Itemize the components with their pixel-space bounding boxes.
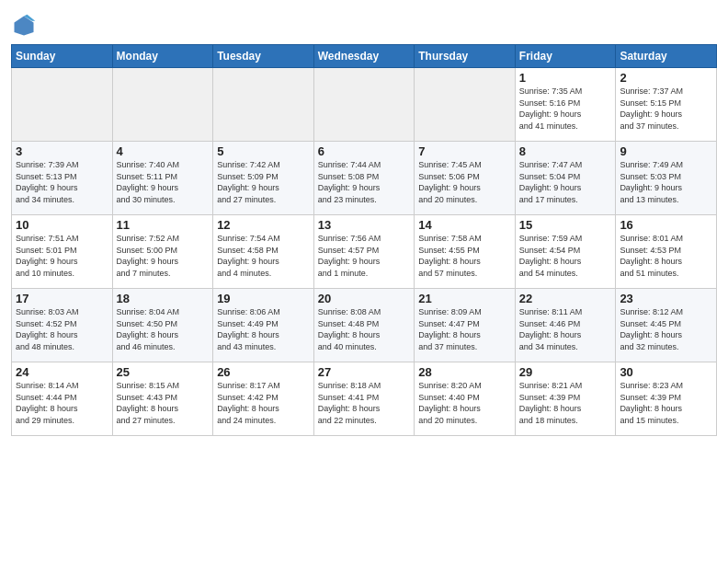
- day-number: 5: [217, 144, 310, 158]
- day-number: 4: [117, 144, 210, 158]
- calendar-cell: 9Sunrise: 7:49 AM Sunset: 5:03 PM Daylig…: [616, 142, 717, 215]
- calendar-cell: 18Sunrise: 8:04 AM Sunset: 4:50 PM Dayli…: [112, 289, 213, 362]
- day-info: Sunrise: 7:35 AM Sunset: 5:16 PM Dayligh…: [519, 86, 612, 132]
- page-container: SundayMondayTuesdayWednesdayThursdayFrid…: [0, 0, 728, 443]
- calendar-cell: 6Sunrise: 7:44 AM Sunset: 5:08 PM Daylig…: [313, 142, 415, 215]
- day-info: Sunrise: 7:59 AM Sunset: 4:54 PM Dayligh…: [519, 233, 612, 279]
- weekday-header-sunday: Sunday: [12, 45, 113, 68]
- day-info: Sunrise: 8:12 AM Sunset: 4:45 PM Dayligh…: [620, 306, 712, 352]
- calendar-cell: 8Sunrise: 7:47 AM Sunset: 5:04 PM Daylig…: [515, 142, 616, 215]
- calendar-cell: 21Sunrise: 8:09 AM Sunset: 4:47 PM Dayli…: [415, 289, 516, 362]
- day-number: 3: [16, 144, 108, 158]
- day-info: Sunrise: 8:04 AM Sunset: 4:50 PM Dayligh…: [117, 306, 210, 352]
- calendar-cell: 29Sunrise: 8:21 AM Sunset: 4:39 PM Dayli…: [515, 362, 616, 436]
- day-info: Sunrise: 8:18 AM Sunset: 4:41 PM Dayligh…: [318, 380, 411, 426]
- weekday-header-saturday: Saturday: [616, 45, 717, 68]
- calendar-cell: [415, 68, 516, 142]
- day-info: Sunrise: 8:06 AM Sunset: 4:49 PM Dayligh…: [217, 306, 310, 352]
- day-info: Sunrise: 7:51 AM Sunset: 5:01 PM Dayligh…: [16, 233, 108, 279]
- day-info: Sunrise: 8:11 AM Sunset: 4:46 PM Dayligh…: [519, 306, 612, 352]
- calendar-cell: 4Sunrise: 7:40 AM Sunset: 5:11 PM Daylig…: [112, 142, 213, 215]
- day-info: Sunrise: 7:37 AM Sunset: 5:15 PM Dayligh…: [620, 86, 712, 132]
- day-info: Sunrise: 7:42 AM Sunset: 5:09 PM Dayligh…: [217, 159, 310, 205]
- day-info: Sunrise: 7:44 AM Sunset: 5:08 PM Dayligh…: [318, 159, 411, 205]
- calendar-cell: 11Sunrise: 7:52 AM Sunset: 5:00 PM Dayli…: [112, 215, 213, 289]
- calendar-cell: [313, 68, 415, 142]
- calendar-cell: 13Sunrise: 7:56 AM Sunset: 4:57 PM Dayli…: [313, 215, 415, 289]
- day-number: 30: [620, 365, 712, 379]
- day-number: 21: [418, 292, 511, 305]
- day-info: Sunrise: 8:15 AM Sunset: 4:43 PM Dayligh…: [117, 380, 210, 426]
- day-number: 29: [519, 365, 612, 379]
- calendar-table: SundayMondayTuesdayWednesdayThursdayFrid…: [11, 44, 717, 436]
- calendar-cell: 19Sunrise: 8:06 AM Sunset: 4:49 PM Dayli…: [213, 289, 314, 362]
- day-number: 22: [519, 292, 612, 305]
- calendar-cell: 23Sunrise: 8:12 AM Sunset: 4:45 PM Dayli…: [616, 289, 717, 362]
- day-number: 25: [117, 365, 210, 379]
- day-info: Sunrise: 7:45 AM Sunset: 5:06 PM Dayligh…: [418, 159, 511, 205]
- day-number: 13: [318, 218, 411, 232]
- calendar-week-row: 1Sunrise: 7:35 AM Sunset: 5:16 PM Daylig…: [12, 68, 717, 142]
- calendar-cell: 25Sunrise: 8:15 AM Sunset: 4:43 PM Dayli…: [112, 362, 213, 436]
- calendar-cell: 26Sunrise: 8:17 AM Sunset: 4:42 PM Dayli…: [213, 362, 314, 436]
- calendar-cell: 14Sunrise: 7:58 AM Sunset: 4:55 PM Dayli…: [415, 215, 516, 289]
- day-number: 15: [519, 218, 612, 232]
- header: [11, 9, 717, 39]
- day-number: 17: [16, 292, 108, 305]
- day-info: Sunrise: 8:17 AM Sunset: 4:42 PM Dayligh…: [217, 380, 310, 426]
- day-number: 26: [217, 365, 310, 379]
- day-info: Sunrise: 8:20 AM Sunset: 4:40 PM Dayligh…: [418, 380, 511, 426]
- day-number: 27: [318, 365, 411, 379]
- day-number: 12: [217, 218, 310, 232]
- day-number: 1: [519, 71, 612, 85]
- calendar-cell: 15Sunrise: 7:59 AM Sunset: 4:54 PM Dayli…: [515, 215, 616, 289]
- day-number: 24: [16, 365, 108, 379]
- weekday-header-monday: Monday: [112, 45, 213, 68]
- day-number: 23: [620, 292, 712, 305]
- day-info: Sunrise: 7:40 AM Sunset: 5:11 PM Dayligh…: [117, 159, 210, 205]
- calendar-week-row: 10Sunrise: 7:51 AM Sunset: 5:01 PM Dayli…: [12, 215, 717, 289]
- day-info: Sunrise: 7:56 AM Sunset: 4:57 PM Dayligh…: [318, 233, 411, 279]
- day-info: Sunrise: 8:21 AM Sunset: 4:39 PM Dayligh…: [519, 380, 612, 426]
- day-info: Sunrise: 7:47 AM Sunset: 5:04 PM Dayligh…: [519, 159, 612, 205]
- weekday-header-row: SundayMondayTuesdayWednesdayThursdayFrid…: [12, 45, 717, 68]
- day-info: Sunrise: 7:49 AM Sunset: 5:03 PM Dayligh…: [620, 159, 712, 205]
- calendar-cell: 28Sunrise: 8:20 AM Sunset: 4:40 PM Dayli…: [415, 362, 516, 436]
- day-number: 6: [318, 144, 411, 158]
- day-number: 10: [16, 218, 108, 232]
- day-info: Sunrise: 8:03 AM Sunset: 4:52 PM Dayligh…: [16, 306, 108, 352]
- calendar-cell: 10Sunrise: 7:51 AM Sunset: 5:01 PM Dayli…: [12, 215, 113, 289]
- day-number: 9: [620, 144, 712, 158]
- calendar-cell: 1Sunrise: 7:35 AM Sunset: 5:16 PM Daylig…: [515, 68, 616, 142]
- day-number: 28: [418, 365, 511, 379]
- day-number: 11: [117, 218, 210, 232]
- calendar-cell: 2Sunrise: 7:37 AM Sunset: 5:15 PM Daylig…: [616, 68, 717, 142]
- day-number: 19: [217, 292, 310, 305]
- weekday-header-wednesday: Wednesday: [313, 45, 415, 68]
- calendar-cell: 24Sunrise: 8:14 AM Sunset: 4:44 PM Dayli…: [12, 362, 113, 436]
- day-info: Sunrise: 7:58 AM Sunset: 4:55 PM Dayligh…: [418, 233, 511, 279]
- calendar-week-row: 3Sunrise: 7:39 AM Sunset: 5:13 PM Daylig…: [12, 142, 717, 215]
- weekday-header-friday: Friday: [515, 45, 616, 68]
- logo-icon: [11, 13, 37, 39]
- day-number: 2: [620, 71, 712, 85]
- calendar-cell: [213, 68, 314, 142]
- day-info: Sunrise: 8:09 AM Sunset: 4:47 PM Dayligh…: [418, 306, 511, 352]
- day-info: Sunrise: 8:01 AM Sunset: 4:53 PM Dayligh…: [620, 233, 712, 279]
- day-info: Sunrise: 7:54 AM Sunset: 4:58 PM Dayligh…: [217, 233, 310, 279]
- day-info: Sunrise: 8:14 AM Sunset: 4:44 PM Dayligh…: [16, 380, 108, 426]
- calendar-cell: 20Sunrise: 8:08 AM Sunset: 4:48 PM Dayli…: [313, 289, 415, 362]
- calendar-cell: 3Sunrise: 7:39 AM Sunset: 5:13 PM Daylig…: [12, 142, 113, 215]
- day-number: 14: [418, 218, 511, 232]
- calendar-cell: 22Sunrise: 8:11 AM Sunset: 4:46 PM Dayli…: [515, 289, 616, 362]
- calendar-cell: 17Sunrise: 8:03 AM Sunset: 4:52 PM Dayli…: [12, 289, 113, 362]
- day-number: 20: [318, 292, 411, 305]
- calendar-cell: 30Sunrise: 8:23 AM Sunset: 4:39 PM Dayli…: [616, 362, 717, 436]
- calendar-cell: [112, 68, 213, 142]
- day-info: Sunrise: 7:39 AM Sunset: 5:13 PM Dayligh…: [16, 159, 108, 205]
- day-number: 18: [117, 292, 210, 305]
- day-number: 8: [519, 144, 612, 158]
- calendar-cell: 7Sunrise: 7:45 AM Sunset: 5:06 PM Daylig…: [415, 142, 516, 215]
- day-info: Sunrise: 8:23 AM Sunset: 4:39 PM Dayligh…: [620, 380, 712, 426]
- calendar-cell: [12, 68, 113, 142]
